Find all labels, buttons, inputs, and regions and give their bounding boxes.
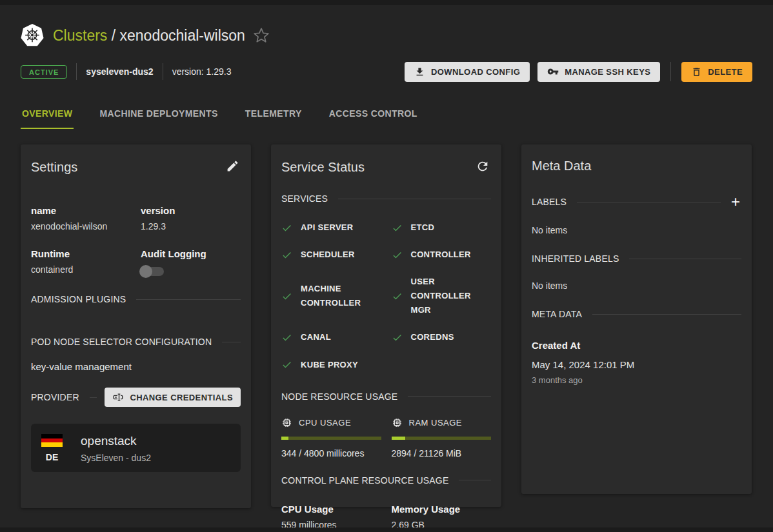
page-header: Clusters / xenodochial-wilson bbox=[21, 23, 752, 48]
change-credentials-button[interactable]: CHANGE CREDENTIALS bbox=[105, 388, 241, 407]
service-item: COREDNS bbox=[392, 330, 492, 344]
provider-box: DE openstack SysEleven - dus2 bbox=[31, 424, 241, 472]
breadcrumb: Clusters / xenodochial-wilson bbox=[53, 27, 245, 44]
settings-card-title: Settings bbox=[31, 160, 77, 175]
control-plane-usage-section-header: CONTROL PLANE RESOURCE USAGE bbox=[281, 475, 491, 486]
divider bbox=[136, 299, 241, 300]
provider-datacenter: SysEleven - dus2 bbox=[81, 453, 151, 463]
tab-bar: OVERVIEW MACHINE DEPLOYMENTS TELEMETRY A… bbox=[21, 108, 752, 129]
divider bbox=[459, 480, 491, 480]
cluster-detail-page: Clusters / xenodochial-wilson ACTIVE sys… bbox=[0, 5, 773, 527]
admission-plugins-section-header: ADMISSION PLUGINS bbox=[31, 294, 241, 304]
service-item: USER CONTROLLER MGR bbox=[392, 275, 492, 317]
cluster-name: xenodochial-wilson bbox=[120, 27, 245, 44]
inherited-labels-empty-text: No items bbox=[532, 281, 741, 291]
kubernetes-logo-icon bbox=[21, 23, 44, 48]
inherited-labels-section-header: INHERITED LABELS bbox=[532, 253, 741, 264]
control-plane-usage-grid: CPU Usage 559 millicores Memory Usage 2.… bbox=[281, 504, 491, 527]
overview-cards: Settings name xenodochial-wilson version… bbox=[21, 144, 752, 508]
check-icon bbox=[281, 359, 292, 370]
download-config-label: DOWNLOAD CONFIG bbox=[431, 67, 520, 77]
services-section-header: SERVICES bbox=[281, 193, 491, 204]
breadcrumb-clusters-link[interactable]: Clusters bbox=[53, 27, 107, 44]
country-code: DE bbox=[46, 452, 58, 462]
pod-node-selector-section-header: POD NODE SELECTOR CONFIGURATION bbox=[31, 337, 241, 347]
field-audit-logging-label: Audit Logging bbox=[141, 248, 241, 259]
field-runtime-label: Runtime bbox=[31, 248, 141, 259]
header-actions: DOWNLOAD CONFIG MANAGE SSH KEYS DELETE bbox=[405, 62, 752, 82]
download-config-button[interactable]: DOWNLOAD CONFIG bbox=[405, 62, 530, 82]
settings-card: Settings name xenodochial-wilson version… bbox=[21, 144, 251, 508]
tab-overview[interactable]: OVERVIEW bbox=[21, 108, 74, 129]
breadcrumb-separator: / bbox=[112, 27, 115, 44]
divider bbox=[338, 199, 491, 199]
divider bbox=[76, 63, 77, 80]
check-icon bbox=[281, 250, 292, 261]
tab-access-control[interactable]: ACCESS CONTROL bbox=[328, 108, 419, 129]
edit-settings-button[interactable] bbox=[224, 159, 241, 175]
settings-fields: name xenodochial-wilson version 1.29.3 R… bbox=[31, 205, 241, 276]
node-usage-grid: CPU USAGE 344 / 4800 millicores RAM USAG… bbox=[281, 417, 491, 458]
refresh-button[interactable] bbox=[474, 159, 491, 175]
cpu-usage-bar bbox=[281, 437, 381, 440]
service-item: MACHINE CONTROLLER bbox=[281, 282, 381, 310]
service-item: SCHEDULER bbox=[281, 248, 381, 262]
add-label-button[interactable]: + bbox=[730, 195, 741, 208]
divider bbox=[163, 63, 163, 80]
services-grid: API SERVER ETCD SCHEDULER CONTROLLER MAC… bbox=[281, 221, 491, 372]
tab-machine-deployments[interactable]: MACHINE DEPLOYMENTS bbox=[98, 108, 219, 129]
datacenter-name: syseleven-dus2 bbox=[86, 66, 153, 77]
ram-usage-bar bbox=[392, 437, 492, 440]
germany-flag-icon bbox=[41, 434, 63, 447]
cpu-usage-block: CPU USAGE 344 / 4800 millicores bbox=[281, 417, 381, 458]
node-resource-usage-section-header: NODE RESOURCE USAGE bbox=[281, 391, 491, 402]
manage-ssh-keys-label: MANAGE SSH KEYS bbox=[565, 67, 650, 77]
field-version: version 1.29.3 bbox=[141, 205, 241, 232]
field-name: name xenodochial-wilson bbox=[31, 205, 141, 232]
key-icon bbox=[547, 66, 559, 77]
download-icon bbox=[414, 66, 425, 77]
created-at-relative: 3 months ago bbox=[532, 375, 741, 385]
divider bbox=[408, 396, 491, 397]
field-name-label: name bbox=[31, 205, 141, 216]
field-version-label: version bbox=[141, 205, 241, 216]
metadata-section-header: META DATA bbox=[532, 309, 741, 319]
manage-ssh-keys-button[interactable]: MANAGE SSH KEYS bbox=[537, 62, 660, 82]
service-item: CONTROLLER bbox=[392, 248, 492, 262]
meta-data-card: Meta Data LABELS + No items INHERITED LA… bbox=[521, 144, 752, 494]
service-item: ETCD bbox=[392, 221, 492, 235]
labels-section-header: LABELS + bbox=[532, 195, 741, 208]
pencil-icon bbox=[226, 159, 239, 173]
cpu-usage-value: 344 / 4800 millicores bbox=[281, 448, 381, 458]
cp-cpu-label: CPU Usage bbox=[281, 504, 381, 515]
created-at-label: Created At bbox=[532, 340, 741, 351]
check-icon bbox=[392, 291, 403, 302]
field-runtime: Runtime containerd bbox=[31, 248, 141, 276]
cp-memory-label: Memory Usage bbox=[392, 504, 492, 515]
divider bbox=[90, 397, 97, 398]
favorite-star-icon[interactable] bbox=[253, 27, 270, 44]
ram-usage-value: 2894 / 21126 MiB bbox=[392, 448, 492, 458]
delete-label: DELETE bbox=[708, 67, 743, 77]
service-item: CANAL bbox=[281, 330, 381, 344]
pod-node-selector-value: key-value management bbox=[31, 361, 241, 372]
check-icon bbox=[281, 332, 292, 343]
field-runtime-value: containerd bbox=[31, 264, 141, 275]
check-icon bbox=[392, 250, 403, 261]
check-icon bbox=[281, 222, 292, 233]
service-item: KUBE PROXY bbox=[281, 358, 381, 372]
labels-empty-text: No items bbox=[532, 225, 741, 235]
tab-telemetry[interactable]: TELEMETRY bbox=[244, 108, 303, 129]
created-at-value: May 14, 2024 12:01 PM bbox=[532, 357, 654, 373]
divider bbox=[577, 202, 721, 202]
cpu-usage-label: CPU USAGE bbox=[299, 418, 351, 428]
service-item: API SERVER bbox=[281, 221, 381, 235]
check-icon bbox=[281, 291, 292, 302]
ram-usage-label: RAM USAGE bbox=[409, 418, 463, 428]
ram-chip-icon bbox=[392, 417, 403, 428]
check-icon bbox=[392, 332, 403, 343]
provider-section-header: PROVIDER CHANGE CREDENTIALS bbox=[31, 388, 241, 407]
check-icon bbox=[392, 222, 403, 233]
delete-cluster-button[interactable]: DELETE bbox=[681, 62, 752, 82]
audit-logging-toggle[interactable] bbox=[141, 267, 164, 276]
